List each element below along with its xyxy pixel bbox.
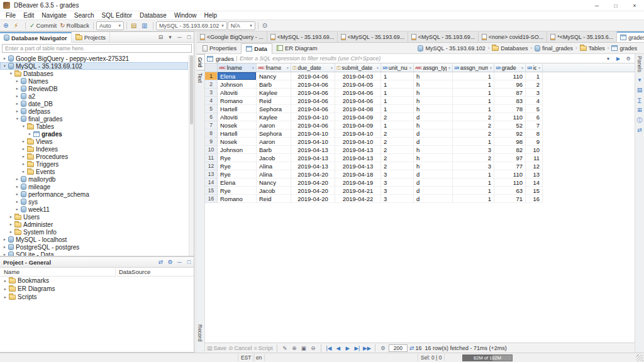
filter-expression-input[interactable]: Enter a SQL expression to filter results… xyxy=(240,55,601,62)
panel-menu-icon[interactable]: ▾ xyxy=(165,33,175,42)
cell-lname[interactable]: Elena xyxy=(218,178,257,187)
add-row-icon[interactable]: ⊕ xyxy=(291,345,298,351)
row-header[interactable]: 6 xyxy=(205,113,218,121)
tree-item-sys[interactable]: ▸sys xyxy=(0,198,188,206)
cell-unit_num[interactable]: 2 xyxy=(381,162,414,170)
tree-item-a2[interactable]: ▸a2 xyxy=(0,92,188,100)
cell-assgn_type[interactable]: d xyxy=(414,170,453,178)
expander-icon[interactable]: ▸ xyxy=(8,214,14,219)
column-header-assgn_num[interactable]: 123assgn_num▼ xyxy=(453,63,494,72)
cell-submit_date[interactable]: 2019-04-18 xyxy=(335,170,381,178)
project-item-bookmarks[interactable]: ▸Bookmarks xyxy=(0,277,194,285)
cell-id[interactable]: 4 xyxy=(526,97,543,105)
cell-submit_date[interactable]: 2019-04-09 xyxy=(335,121,381,129)
cell-id[interactable]: 10 xyxy=(526,146,543,154)
cell-submit_date[interactable]: 2019-04-10 xyxy=(335,129,381,138)
row-header[interactable]: 10 xyxy=(205,146,218,154)
cell-assgn_num[interactable]: 1 xyxy=(453,97,494,105)
cell-submit_date[interactable]: 2019-04-10 xyxy=(335,138,381,146)
row-header[interactable]: 1 xyxy=(205,72,218,80)
first-row-icon[interactable]: |◀ xyxy=(325,345,333,351)
tree-item-mysql-localhost[interactable]: ▸MySQL - localhost xyxy=(0,236,188,243)
new-connection-icon[interactable]: ⊕ xyxy=(2,21,12,31)
active-datasource-select[interactable]: MySQL - 35.193.69.102▾ xyxy=(156,21,227,30)
expander-icon[interactable]: ▸ xyxy=(2,244,8,250)
expander-icon[interactable]: ▸ xyxy=(8,229,14,234)
panels-toggle[interactable]: Panels xyxy=(636,56,643,72)
cell-unit_num[interactable]: 2 xyxy=(381,113,414,121)
cell-submit_date[interactable]: 2019-04-13 xyxy=(335,146,381,154)
next-row-icon[interactable]: ▶ xyxy=(344,345,352,351)
cell-due_date[interactable]: 2019-04-13 xyxy=(291,162,335,170)
expander-icon[interactable]: ▸ xyxy=(2,56,8,61)
cell-grade[interactable]: 110 xyxy=(494,178,526,187)
fetch-size-input[interactable]: 200 xyxy=(389,344,408,352)
tree-item-administer[interactable]: ▸Administer xyxy=(0,221,188,228)
project-item-scripts[interactable]: ▸Scripts xyxy=(0,293,194,301)
cell-lname[interactable]: Hartell xyxy=(218,105,257,113)
row-header[interactable]: 4 xyxy=(205,97,218,105)
column-filter-icon[interactable]: ▼ xyxy=(448,66,451,70)
cell-lname[interactable]: Romano xyxy=(218,97,257,105)
column-header-assgn_type[interactable]: ABCassgn_type▼ xyxy=(414,63,453,72)
cell-due_date[interactable]: 2019-04-06 xyxy=(291,105,335,113)
cell-due_date[interactable]: 2019-04-10 xyxy=(291,138,335,146)
cell-due_date[interactable]: 2019-04-10 xyxy=(291,129,335,138)
cell-unit_num[interactable]: 3 xyxy=(381,170,414,178)
cell-fname[interactable]: Nancy xyxy=(257,178,291,187)
tree-item-names[interactable]: ▸Names xyxy=(0,77,188,85)
cell-assgn_type[interactable]: h xyxy=(414,146,453,154)
cell-assgn_type[interactable]: d xyxy=(414,113,453,121)
cell-unit_num[interactable]: 2 xyxy=(381,146,414,154)
editor-tab-mysql-35-193-69[interactable]: <MySQL - 35.193.69... xyxy=(408,31,479,42)
cell-assgn_num[interactable]: 2 xyxy=(453,129,494,138)
cell-lname[interactable]: Nosek xyxy=(218,138,257,146)
row-header[interactable]: 3 xyxy=(205,89,218,97)
cell-fname[interactable]: Jacob xyxy=(257,154,291,162)
tree-item-performance-schema[interactable]: ▸performance_schema xyxy=(0,190,188,198)
cell-lname[interactable]: Elena xyxy=(218,72,257,80)
cell-assgn_type[interactable]: h xyxy=(414,80,453,89)
grid-corner[interactable] xyxy=(205,63,218,72)
cell-id[interactable]: 7 xyxy=(526,121,543,129)
cell-lname[interactable]: Rye xyxy=(218,187,257,195)
configure-icon[interactable]: ⚙ xyxy=(165,258,175,267)
collapse-all-icon[interactable]: ⊟ xyxy=(156,33,165,42)
menu-help[interactable]: Help xyxy=(200,12,221,19)
breadcrumb-item-mysql-35-193-69-102[interactable]: MySQL - 35.193.69.102 xyxy=(416,45,487,52)
cell-unit_num[interactable]: 2 xyxy=(381,154,414,162)
cell-due_date[interactable]: 2019-04-13 xyxy=(291,154,335,162)
cell-grade[interactable]: 110 xyxy=(494,170,526,178)
cell-fname[interactable]: Nancy xyxy=(257,72,291,80)
aggregate-panel-icon[interactable]: ∑ xyxy=(636,96,644,104)
tree-item-reviewdb[interactable]: ▸ReviewDB xyxy=(0,85,188,92)
cell-assgn_num[interactable]: 1 xyxy=(453,89,494,97)
column-header-lname[interactable]: ABClname▼ xyxy=(218,63,257,72)
row-header[interactable]: 2 xyxy=(205,80,218,89)
expander-icon[interactable]: ▸ xyxy=(21,146,26,151)
expander-icon[interactable]: ▸ xyxy=(14,184,20,189)
cell-assgn_type[interactable]: d xyxy=(414,178,453,187)
cell-assgn_num[interactable]: 1 xyxy=(453,195,494,203)
cell-submit_date[interactable]: 2019-04-06 xyxy=(335,97,381,105)
delete-row-icon[interactable]: ⊖ xyxy=(309,345,317,351)
tree-item-databases[interactable]: ▾Databases xyxy=(0,70,188,77)
memory-usage-bar[interactable]: 62M of 102M xyxy=(462,354,513,361)
project-column-name[interactable]: Name xyxy=(4,268,19,275)
expander-icon[interactable]: ▸ xyxy=(14,199,20,204)
settings-icon[interactable]: ⚙ xyxy=(379,345,387,351)
project-column-datasource[interactable]: DataSource xyxy=(115,268,150,275)
tree-item-defpass[interactable]: ▸defpass xyxy=(0,107,188,115)
commit-icon[interactable]: ✓Commit xyxy=(28,21,58,31)
cell-id[interactable]: 6 xyxy=(526,113,543,121)
new-sql-editor-icon[interactable]: ▤ xyxy=(130,21,140,31)
expander-icon[interactable]: ▸ xyxy=(14,109,20,114)
maximize-button[interactable]: □ xyxy=(606,0,625,11)
cell-assgn_num[interactable]: 1 xyxy=(453,138,494,146)
expander-icon[interactable]: ▾ xyxy=(14,116,20,121)
cell-grade[interactable]: 71 xyxy=(494,195,526,203)
cell-lname[interactable]: Altoviti xyxy=(218,89,257,97)
cell-fname[interactable]: Alina xyxy=(257,170,291,178)
tree-item-grades[interactable]: ▸grades xyxy=(0,130,188,138)
cell-unit_num[interactable]: 1 xyxy=(381,97,414,105)
